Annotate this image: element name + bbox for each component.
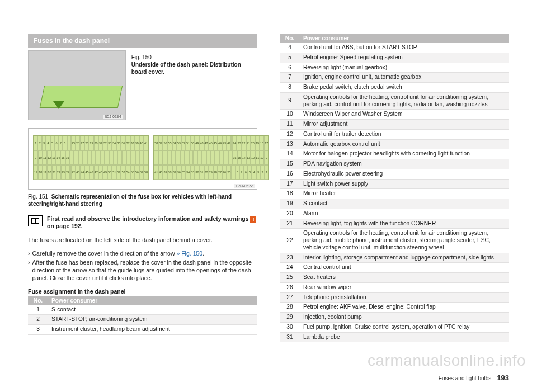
fuse-slot xyxy=(210,150,215,165)
col-header-pc: Power consumer xyxy=(48,296,257,305)
fuse-slot xyxy=(154,150,158,165)
table-row: 1S-contact xyxy=(28,305,257,315)
table-row: 26Rear window wiper xyxy=(280,282,509,292)
cell-no: 29 xyxy=(280,313,300,323)
cell-no: 11 xyxy=(280,120,300,130)
table-row: 3Instrument cluster, headlamp beam adjus… xyxy=(28,325,257,335)
cell-no: 3 xyxy=(28,325,48,335)
fuse-slot: 48 xyxy=(98,165,103,180)
fuse-slot: 23 xyxy=(237,136,241,150)
fuse-slot: 9 xyxy=(34,150,38,165)
continued-icon: ▷ xyxy=(505,358,509,365)
cell-no: 24 xyxy=(280,263,300,273)
cell-pc: Injection, coolant pump xyxy=(300,313,509,323)
left-column: Fuses in the dash panel B5J-0394 Fig. 15… xyxy=(28,34,257,375)
cell-pc: Automatic gearbox control unit xyxy=(300,139,509,149)
fuse-slot: 7 xyxy=(59,136,63,150)
cell-pc: PDA navigation system xyxy=(300,159,509,169)
fuse-slot xyxy=(139,150,144,165)
fuse-slot: 45 xyxy=(213,136,218,150)
fuse-slot xyxy=(189,150,194,165)
fuse-slot: 31 xyxy=(199,165,204,180)
fuse-slot: 55 xyxy=(130,165,135,180)
table-row: 23Interior lighting, storage compartment… xyxy=(280,253,509,263)
fuse-slot: 12 xyxy=(47,150,51,165)
fig-151-ref: B5J-0522 xyxy=(234,184,255,188)
table-row: 13Automatic gearbox control unit xyxy=(280,139,509,149)
fuse-slot: 24 xyxy=(232,136,237,150)
fuse-slot: 13 xyxy=(246,150,251,165)
fuse-slot: 41 xyxy=(144,136,148,150)
fuse-slot: 46 xyxy=(90,165,94,180)
fuse-slot: 58 xyxy=(154,136,158,150)
fuse-slot: 41 xyxy=(154,165,158,180)
fuse-slot xyxy=(67,136,71,150)
cell-no: 19 xyxy=(280,199,300,209)
fuse-slot xyxy=(185,150,189,165)
fuse-slot: 3 xyxy=(256,165,260,180)
fusebox-row: 1234567825262728293031323334353637383940… xyxy=(34,136,148,150)
fuse-slot: 58 xyxy=(144,165,148,180)
fuse-slot: 16 xyxy=(232,150,237,165)
table-row: 31Lambda probe xyxy=(280,332,509,342)
table-row: 7Ignition, engine control unit, automati… xyxy=(280,73,509,83)
fusebox-row: 161514131211109 xyxy=(154,150,268,165)
table-row: 28Petrol engine: AKF valve, Diesel engin… xyxy=(280,303,509,313)
col-header-pc: Power consumer xyxy=(300,34,509,43)
intro-text-b: on page 192. xyxy=(47,223,83,229)
fuse-slot: 30 xyxy=(204,165,209,180)
table-row: 21Reversing light, fog lights with the f… xyxy=(280,219,509,229)
fig-link[interactable]: » Fig. 150 xyxy=(176,250,202,257)
table-row: 12Control unit for trailer detection xyxy=(280,129,509,139)
table-row: 25Seat heaters xyxy=(280,273,509,283)
fuse-slot: 15 xyxy=(60,150,65,165)
fig-150-number: Fig. 150 xyxy=(131,54,257,61)
fuse-slot: 32 xyxy=(195,165,199,180)
fuse-slot xyxy=(74,150,78,165)
fuse-slot xyxy=(176,150,180,165)
fuse-table-left: No. Power consumer 1S-contact2START-STOP… xyxy=(28,296,257,335)
fig-151-caption: Fig. 151 Schematic representation of the… xyxy=(28,193,257,207)
fuse-slot xyxy=(228,150,233,165)
fuse-slot: 33 xyxy=(107,136,112,150)
fuse-slot: 49 xyxy=(195,136,199,150)
fuse-slot: 43 xyxy=(222,136,227,150)
fuse-slot: 40 xyxy=(139,136,144,150)
cell-pc: Brake pedal switch, clutch pedal switch xyxy=(300,83,509,93)
table-row: 14Motor for halogen projector headlights… xyxy=(280,149,509,159)
fuse-slot: 47 xyxy=(204,136,209,150)
table-row: 8Brake pedal switch, clutch pedal switch xyxy=(280,83,509,93)
intro-text-a: First read and observe the introductory … xyxy=(47,215,250,222)
fuse-slot: 3 xyxy=(42,136,46,150)
fusebox-row: 4140393837363534333231302928272625876543… xyxy=(154,165,268,180)
fusebox-row: 910111213141516 xyxy=(34,150,148,165)
fuse-slot: 8 xyxy=(63,136,67,150)
fuse-slot xyxy=(114,150,118,165)
fuse-slot: 2 xyxy=(37,136,41,150)
fuse-slot xyxy=(215,150,219,165)
step-item: ›Carefully remove the cover in the direc… xyxy=(28,249,257,257)
fuse-slot: 18 xyxy=(38,165,43,180)
fig-151-image: 1234567825262728293031323334353637383940… xyxy=(28,128,257,190)
book-icon xyxy=(28,215,43,226)
fuse-slot: 44 xyxy=(218,136,222,150)
fuse-slot xyxy=(144,150,148,165)
fuse-slot: 57 xyxy=(139,165,144,180)
table-row: 4Control unit for ABS, button for START … xyxy=(280,43,509,53)
fuse-slot: 21 xyxy=(246,136,251,150)
cell-pc: Alarm xyxy=(300,209,509,219)
table-row: 6Reversing light (manual gearbox) xyxy=(280,63,509,73)
fuse-slot: 52 xyxy=(181,136,186,150)
fuse-slot: 22 xyxy=(56,165,61,180)
section-header: Fuses in the dash panel xyxy=(28,34,257,48)
fuse-slot: 28 xyxy=(84,136,89,150)
table-row: 11Mirror adjustment xyxy=(280,120,509,130)
fuse-slot: 36 xyxy=(121,136,125,150)
table-row: 2START-STOP, air-conditioning system xyxy=(28,315,257,325)
fuse-slot: 27 xyxy=(218,165,222,180)
fuse-slot: 6 xyxy=(244,165,248,180)
cell-pc: Ignition, engine control unit, automatic… xyxy=(300,73,509,83)
fig-150-image: B5J-0394 xyxy=(28,50,126,120)
fuse-slot: 36 xyxy=(177,165,181,180)
table-row: 22Operating controls for the heating, co… xyxy=(280,229,509,253)
